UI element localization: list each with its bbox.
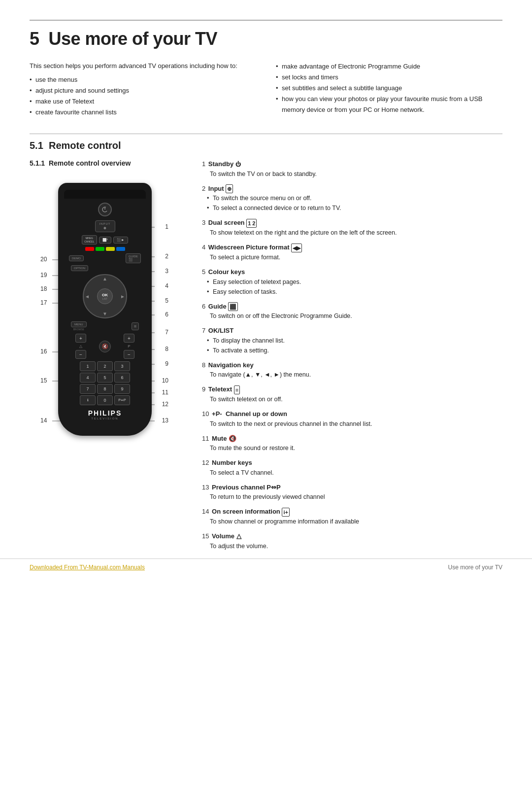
desc-1: 1 Standby ⏻ To switch the TV on or back … xyxy=(202,159,502,179)
desc-4: 4 Widescreen Picture format ◀▶ To select… xyxy=(202,243,502,262)
guide-button[interactable]: GUIDE⬛ xyxy=(126,253,141,263)
volume-col: + △ − xyxy=(75,334,86,359)
desc-12: 12 Number keys To select a TV channel. xyxy=(202,458,502,478)
subsection-heading: 5.1.1 Remote control overview xyxy=(30,159,187,167)
callout-4: 4 xyxy=(165,282,168,289)
demo-guide-row: DEMO GUIDE⬛ xyxy=(64,253,146,263)
widescreen-button[interactable]: ⬛► xyxy=(113,237,128,244)
section-heading: 5.1 Remote control xyxy=(30,134,502,151)
mute-button[interactable]: 🔇 xyxy=(99,341,111,352)
dpad-left-arrow: ◄ xyxy=(85,294,90,299)
vol-down-button[interactable]: − xyxy=(75,350,86,359)
num-0[interactable]: 0 xyxy=(97,395,113,405)
callout-13: 13 xyxy=(162,417,168,424)
remote: INPUT ⊕ MHEGCANCEL ⬜² ⬛► xyxy=(58,183,152,436)
callout-12: 12 xyxy=(162,401,168,408)
callout-5: 5 xyxy=(165,297,168,304)
teletext-button[interactable]: ≡ xyxy=(132,322,139,330)
input-icon: ⊕ xyxy=(103,226,106,230)
input-row: INPUT ⊕ xyxy=(64,220,146,232)
num-3[interactable]: 3 xyxy=(114,361,130,371)
numpad-row-1: 1 2 3 xyxy=(75,361,134,371)
chapter-title: 5 Use more of your TV xyxy=(30,20,502,49)
intro-section: This section helps you perform advanced … xyxy=(30,61,502,118)
num-info[interactable]: ℹ xyxy=(80,395,96,405)
chapter-num: 5 xyxy=(30,29,39,49)
bullet-item: how you can view your photos or play you… xyxy=(276,94,502,115)
footer-link[interactable]: Downloaded From TV-Manual.com Manuals xyxy=(30,564,145,571)
intro-right: make advantage of Electronic Programme G… xyxy=(276,61,502,118)
remote-top-bar xyxy=(64,190,146,199)
num-6[interactable]: 6 xyxy=(114,373,130,383)
standby-button[interactable] xyxy=(98,203,112,216)
num-1[interactable]: 1 xyxy=(80,361,96,371)
footer-right-text: Use more of your TV xyxy=(448,564,502,571)
desc-5: 5 Colour keys Easy selection of teletext… xyxy=(202,267,502,297)
intro-left: This section helps you perform advanced … xyxy=(30,61,256,118)
remote-diagram: 20 19 18 17 16 15 14 1 2 3 4 5 6 7 8 9 1… xyxy=(30,173,177,479)
chapter-title-text: Use more of your TV xyxy=(49,29,218,49)
numpad-row-3: 7 8 9 xyxy=(75,384,134,394)
desc-10: 10 +P- Channel up or down To switch to t… xyxy=(202,409,502,429)
num-8[interactable]: 8 xyxy=(97,384,113,394)
standby-row xyxy=(64,203,146,216)
callout-3: 3 xyxy=(165,268,168,275)
bullet-item: make advantage of Electronic Programme G… xyxy=(276,61,502,72)
demo-button[interactable]: DEMO xyxy=(69,255,84,261)
dual-screen-button[interactable]: ⬜² xyxy=(99,237,111,244)
dpad[interactable]: ▲ ▼ ◄ ► OK LIST xyxy=(83,274,127,318)
mheg-button[interactable]: MHEGCANCEL xyxy=(82,235,97,244)
callout-18: 18 xyxy=(40,285,47,292)
ch-label: P xyxy=(128,344,130,349)
vol-icon: △ xyxy=(79,344,82,349)
desc-9: 9 Teletext ≡ To switch teletext on or of… xyxy=(202,384,502,404)
callout-10: 10 xyxy=(162,377,168,384)
num-prev[interactable]: P⇔P xyxy=(114,395,130,405)
menu-col: MENU BROWSE xyxy=(71,321,87,331)
menu-button[interactable]: MENU xyxy=(71,321,87,327)
remote-body: INPUT ⊕ MHEGCANCEL ⬜² ⬛► xyxy=(58,183,149,436)
dpad-down-arrow: ▼ xyxy=(102,311,107,316)
num-9[interactable]: 9 xyxy=(114,384,130,394)
num-5[interactable]: 5 xyxy=(97,373,113,383)
channel-col: + P − xyxy=(124,334,134,359)
callout-2: 2 xyxy=(165,253,168,260)
yellow-key[interactable] xyxy=(106,247,115,251)
bullet-item: create favourite channel lists xyxy=(30,107,256,118)
callout-20: 20 xyxy=(40,256,47,263)
color-keys-row xyxy=(64,247,146,251)
green-key[interactable] xyxy=(96,247,104,251)
bullet-item: set subtitles and select a subtitle lang… xyxy=(276,83,502,94)
philips-logo: PHILIPS TELEVISION xyxy=(64,409,146,420)
desc-14: 14 On screen information i+ To show chan… xyxy=(202,507,502,526)
callout-16: 16 xyxy=(40,348,47,355)
callout-17: 17 xyxy=(40,299,47,306)
desc-2: 2 Input ⊕ To switch the source menu on o… xyxy=(202,184,502,213)
callout-7: 7 xyxy=(165,329,168,336)
numpad-row-4: ℹ 0 P⇔P xyxy=(75,395,134,405)
ch-down-button[interactable]: − xyxy=(124,350,134,359)
red-key[interactable] xyxy=(85,247,94,251)
intro-bullets-left: use the menus adjust picture and sound s… xyxy=(30,74,256,118)
page: 5 Use more of your TV This section helps… xyxy=(0,0,532,586)
vol-up-button[interactable]: + xyxy=(75,334,86,343)
desc-15: 15 Volume △ To adjust the volume. xyxy=(202,531,502,551)
dpad-center[interactable]: OK LIST xyxy=(97,288,113,304)
intro-bullets-right: make advantage of Electronic Programme G… xyxy=(276,61,502,115)
blue-key[interactable] xyxy=(116,247,125,251)
menu-browse-row: MENU BROWSE ≡ xyxy=(64,321,146,331)
ch-up-button[interactable]: + xyxy=(124,334,134,343)
num-7[interactable]: 7 xyxy=(80,384,96,394)
philips-text: PHILIPS xyxy=(64,409,146,417)
philips-sub: TELEVISION xyxy=(64,417,146,420)
list-label: LIST xyxy=(102,297,108,300)
descriptions-list: 1 Standby ⏻ To switch the TV on or back … xyxy=(202,159,502,551)
num-4[interactable]: 4 xyxy=(80,373,96,383)
vol-ch-row: + △ − 🔇 + P − xyxy=(64,334,146,359)
option-button[interactable]: OPTION xyxy=(71,265,88,271)
num-2[interactable]: 2 xyxy=(97,361,113,371)
input-button[interactable]: INPUT ⊕ xyxy=(95,220,115,232)
callout-1: 1 xyxy=(165,223,168,230)
ok-label: OK xyxy=(102,293,108,297)
desc-13: 13 Previous channel P⇔P To return to the… xyxy=(202,483,502,502)
